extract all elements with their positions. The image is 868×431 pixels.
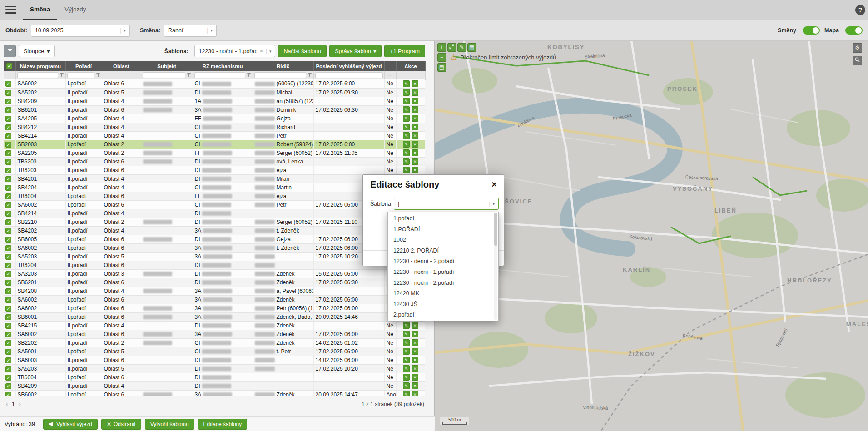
ellipsis-icon[interactable]: ⋯ <box>386 72 395 78</box>
table-row[interactable]: ✓SA6002I.pořadíOblast 63APetr (60056) (1… <box>4 304 425 312</box>
edit-row-button[interactable]: ✎ <box>403 365 410 372</box>
col-ridic[interactable]: Řidič <box>253 61 313 71</box>
col-poradi[interactable]: Pořadí <box>65 61 102 71</box>
row-checkbox[interactable]: ✓ <box>5 245 11 251</box>
edit-row-button[interactable]: ✎ <box>403 149 410 156</box>
row-checkbox[interactable]: ✓ <box>5 297 11 303</box>
table-row[interactable]: ✓SB4214II.pořadíOblast 4DINe✎✕ <box>4 209 425 218</box>
table-row[interactable]: ✓TB6203II.pořadíOblast 6DIejzaNe✎✕ <box>4 166 425 174</box>
table-row[interactable]: ✓SB6201II.pořadíOblast 63ADominik17.02.2… <box>4 105 425 114</box>
row-checkbox[interactable]: ✓ <box>5 202 11 208</box>
funnel-icon[interactable] <box>308 73 312 77</box>
edit-row-button[interactable]: ✎ <box>403 382 410 389</box>
row-checkbox[interactable]: ✓ <box>5 280 11 286</box>
edit-row-button[interactable]: ✎ <box>403 141 410 148</box>
funnel-icon[interactable] <box>96 73 100 77</box>
row-checkbox[interactable]: ✓ <box>5 375 11 381</box>
delete-row-button[interactable]: ✕ <box>412 331 418 337</box>
row-checkbox[interactable]: ✓ <box>5 314 11 320</box>
row-checkbox[interactable]: ✓ <box>5 219 11 225</box>
row-checkbox[interactable]: ✓ <box>5 176 11 182</box>
expand-map-button[interactable] <box>447 43 456 52</box>
map-settings-button[interactable]: ⚙ <box>853 43 862 53</box>
help-button[interactable]: ? <box>855 5 865 15</box>
table-row[interactable]: ✓SA3203II.pořadíOblast 3DIZdeněk15.02.20… <box>4 269 425 278</box>
edit-row-button[interactable]: ✎ <box>403 132 410 139</box>
filter-cell-oblast[interactable] <box>102 71 141 79</box>
row-checkbox[interactable]: ✓ <box>5 349 11 355</box>
close-icon[interactable]: ✕ <box>491 180 497 189</box>
pager-current-page[interactable]: 1 <box>10 401 17 407</box>
dropdown-option[interactable]: 1.POŘADÍ <box>388 224 498 235</box>
col-oblast[interactable]: Oblast <box>102 61 141 71</box>
funnel-icon[interactable] <box>247 73 251 77</box>
filter-cell-datum[interactable] <box>313 71 384 79</box>
row-checkbox[interactable]: ✓ <box>5 383 11 389</box>
row-checkbox[interactable]: ✓ <box>5 185 11 191</box>
edit-row-button[interactable]: ✎ <box>403 374 410 381</box>
delete-row-button[interactable]: ✕ <box>412 115 418 122</box>
edit-row-button[interactable]: ✎ <box>403 357 410 363</box>
draw-edit-button[interactable]: ✎ <box>457 43 466 52</box>
edit-row-button[interactable]: ✎ <box>403 167 410 173</box>
row-checkbox[interactable]: ✓ <box>5 168 11 173</box>
table-row[interactable]: ✓SA6002I.pořadíOblast 63At. Zdeněk17.02.… <box>4 243 425 252</box>
row-checkbox[interactable]: ✓ <box>5 254 11 260</box>
delete-row-button[interactable]: ✕ <box>412 106 418 113</box>
delete-row-button[interactable]: ✕ <box>412 89 418 96</box>
table-row[interactable]: ✓SB2210II.pořadíOblast 2DISergei (60052)… <box>4 218 425 226</box>
col-nazev-programu[interactable]: Název programu <box>15 61 65 71</box>
filter-cell-rz[interactable] <box>193 71 253 79</box>
funnel-icon[interactable] <box>60 73 64 77</box>
chevron-down-icon[interactable]: ▾ <box>269 49 272 54</box>
pager-next-icon[interactable]: › <box>17 401 23 407</box>
table-row[interactable]: ✓SB6005I.pořadíOblast 6DIGejza17.02.2025… <box>4 235 425 243</box>
table-row[interactable]: ✓SB4209II.pořadíOblast 4DINe✎✕ <box>4 381 425 390</box>
row-checkbox[interactable]: ✓ <box>5 392 11 397</box>
row-checkbox[interactable]: ✓ <box>5 142 11 148</box>
dropdown-option[interactable]: 12210 2. POŘADÍ <box>388 246 498 257</box>
dropdown-scrollbar-thumb[interactable] <box>494 213 497 246</box>
row-checkbox[interactable]: ✓ <box>5 366 11 372</box>
table-row[interactable]: ✓SB2003I.pořadíOblast 2CIRobert (59824) … <box>4 140 425 149</box>
chevron-down-icon[interactable]: ▾ <box>124 28 126 33</box>
delete-row-button[interactable]: ✕ <box>412 124 418 130</box>
delete-row-button[interactable]: ✕ <box>412 149 418 156</box>
filter-cell-ridic[interactable] <box>253 71 313 79</box>
delete-row-button[interactable]: ✕ <box>412 98 418 104</box>
table-row[interactable]: ✓SB4209II.pořadíOblast 41Aan (58857) (12… <box>4 97 425 105</box>
dropdown-option[interactable]: 12420 MK <box>388 288 498 299</box>
dropdown-option[interactable]: 1.pořadí <box>388 213 498 224</box>
table-row[interactable]: ✓SB6001I.pořadíOblast 63AZdeněk, Bado, G… <box>4 312 425 321</box>
table-row[interactable]: ✓SB2202II.pořadíOblast 2CIZdeněk14.02.20… <box>4 338 425 347</box>
row-checkbox[interactable]: ✓ <box>5 340 11 346</box>
table-row[interactable]: ✓TB6004I.pořadíOblast 6FFejzaNe✎✕ <box>4 192 425 200</box>
edit-row-button[interactable]: ✎ <box>403 115 410 122</box>
table-row[interactable]: ✓SB4204II.pořadíOblast 4CIMartinNe✎✕ <box>4 183 425 192</box>
table-row[interactable]: ✓SB4201II.pořadíOblast 4DIMilanNe✎✕ <box>4 174 425 183</box>
table-row[interactable]: ✓SB4214II.pořadíOblast 4CIPetrNe✎✕ <box>4 131 425 140</box>
dropdown-option[interactable]: 2.pořadí <box>388 310 498 321</box>
row-checkbox[interactable]: ✓ <box>5 323 11 329</box>
table-row[interactable]: ✓SA5203II.pořadíOblast 53A17.02.2025 10:… <box>4 252 425 261</box>
dropdown-option[interactable]: 12230 - denní - 2.pořadí <box>388 256 498 267</box>
row-checkbox[interactable]: ✓ <box>5 357 11 363</box>
edit-row-button[interactable]: ✎ <box>403 106 410 113</box>
tab-vyjezdy[interactable]: Výjezdy <box>57 0 93 20</box>
obdobi-date-picker[interactable]: 10.09.2025 | ▾ <box>31 25 130 37</box>
delete-row-button[interactable]: ✕ <box>412 158 418 165</box>
add-program-button[interactable]: +1 Program <box>384 45 425 57</box>
row-checkbox[interactable]: ✓ <box>5 116 11 122</box>
print-map-button[interactable]: ▤ <box>437 63 446 72</box>
sablona-combobox[interactable]: 12230 - noční - 1.pořadí ✕ | ▾ <box>194 45 275 57</box>
edit-row-button[interactable]: ✎ <box>403 348 410 355</box>
zoom-in-button[interactable]: + <box>437 43 446 52</box>
table-row[interactable]: ✓TB6204II.pořadíOblast 6DINe✎✕ <box>4 261 425 269</box>
table-row[interactable]: ✓SA4205II.pořadíOblast 4FFGejzaNe✎✕ <box>4 114 425 123</box>
delete-row-button[interactable]: ✕ <box>412 322 418 329</box>
row-checkbox[interactable]: ✓ <box>5 263 11 268</box>
row-checkbox[interactable]: ✓ <box>5 271 11 277</box>
table-row[interactable]: ✓SB4212II.pořadíOblast 4CIRichardNe✎✕ <box>4 123 425 131</box>
table-row[interactable]: ✓SB4202II.pořadíOblast 43At. ZdeněkNe✎✕ <box>4 226 425 235</box>
table-row[interactable]: ✓SB6002I.pořadíOblast 63AZdeněk20.09.202… <box>4 390 425 396</box>
